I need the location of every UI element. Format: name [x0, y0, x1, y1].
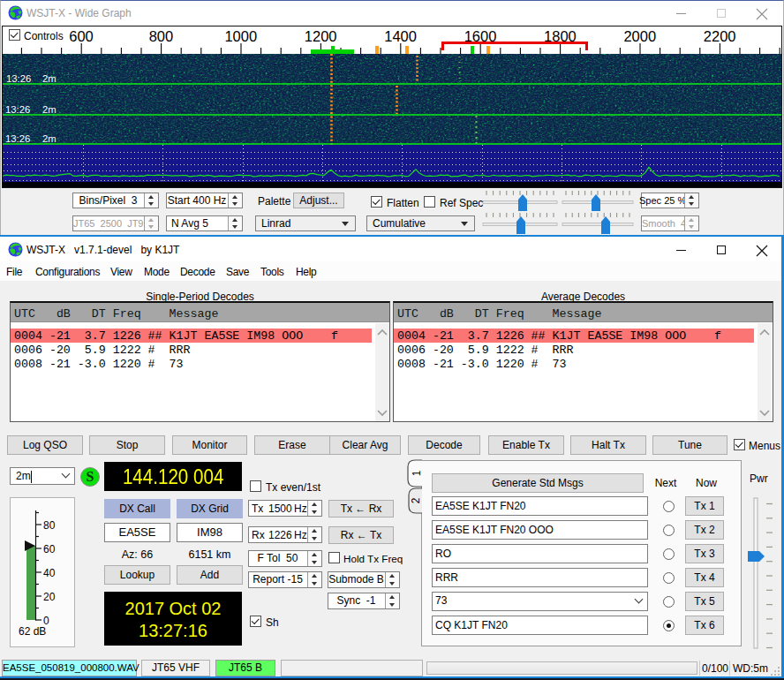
svg-text:2m: 2m — [42, 73, 57, 84]
svg-text:1400: 1400 — [384, 28, 417, 44]
svg-text:2: 2 — [410, 497, 422, 503]
svg-text:13:26: 13:26 — [5, 104, 30, 115]
svg-text:40: 40 — [43, 567, 56, 579]
svg-text:13:26: 13:26 — [6, 73, 31, 84]
svg-text:2m: 2m — [42, 104, 57, 115]
svg-text:62 dB: 62 dB — [19, 625, 46, 638]
svg-text:60: 60 — [43, 543, 56, 555]
svg-text:800: 800 — [149, 28, 174, 44]
svg-text:1: 1 — [411, 470, 423, 476]
svg-text:1200: 1200 — [305, 28, 337, 44]
svg-text:2m: 2m — [42, 133, 57, 144]
svg-text:2200: 2200 — [704, 28, 736, 44]
svg-text:13:26: 13:26 — [5, 133, 30, 144]
svg-text:80: 80 — [43, 519, 56, 532]
svg-text:1000: 1000 — [224, 28, 257, 44]
svg-text:600: 600 — [69, 28, 94, 44]
svg-text:20: 20 — [43, 591, 56, 603]
svg-text:2000: 2000 — [623, 28, 656, 44]
